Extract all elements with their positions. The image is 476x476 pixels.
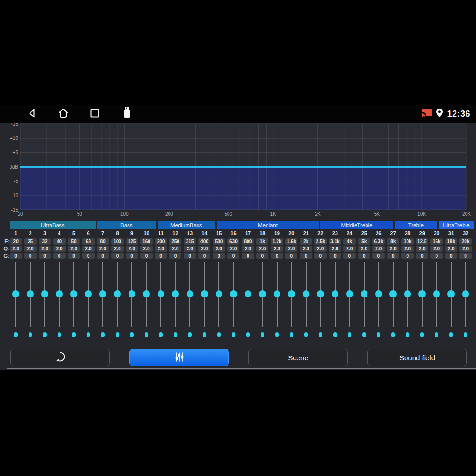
band-label-mediant: Mediant xyxy=(217,221,319,229)
eq-slider-knob[interactable] xyxy=(187,290,194,298)
eq-slider-knob[interactable] xyxy=(129,290,136,298)
scene-button[interactable]: Scene xyxy=(248,349,348,366)
eq-channel-4: 4402.00 xyxy=(52,230,67,340)
eq-channel-23: 233.1k2.00 xyxy=(328,230,343,340)
eq-slider-knob[interactable] xyxy=(404,290,411,298)
sound-field-button[interactable]: Sound field xyxy=(367,349,467,366)
gain-value: 0 xyxy=(343,253,356,259)
channel-number: 20 xyxy=(284,230,299,237)
channel-indicator-dot xyxy=(87,332,90,337)
recents-button[interactable] xyxy=(89,108,101,120)
q-value: 2.0 xyxy=(140,246,153,252)
eq-slider-knob[interactable] xyxy=(288,290,295,298)
q-value: 2.0 xyxy=(39,246,51,252)
channel-number: 16 xyxy=(226,230,241,237)
q-value: 2.0 xyxy=(126,246,138,252)
reset-button[interactable] xyxy=(10,349,110,366)
svg-text:100: 100 xyxy=(120,211,129,217)
channel-indicator-dot xyxy=(464,332,467,337)
freq-value: 5k xyxy=(358,238,370,245)
channel-number: 27 xyxy=(386,230,400,237)
eq-channel-26: 266.3k2.00 xyxy=(371,230,386,340)
gain-value: 0 xyxy=(68,253,80,259)
freq-value: 50 xyxy=(68,238,80,245)
eq-slider-knob[interactable] xyxy=(303,290,310,298)
eq-channel-31: 3118k2.00 xyxy=(444,230,458,340)
eq-slider-knob[interactable] xyxy=(418,290,426,298)
back-button[interactable] xyxy=(26,108,39,120)
eq-slider-knob[interactable] xyxy=(85,290,92,298)
eq-slider-knob[interactable] xyxy=(447,290,455,298)
q-value: 2.0 xyxy=(271,246,283,252)
eq-slider-knob[interactable] xyxy=(56,290,63,298)
eq-slider-knob[interactable] xyxy=(389,290,397,298)
channel-number: 15 xyxy=(212,230,227,237)
freq-value: 20k xyxy=(459,238,472,245)
channel-number: 25 xyxy=(357,230,372,237)
svg-text:20K: 20K xyxy=(462,211,471,217)
eq-slider-knob[interactable] xyxy=(332,290,339,298)
eq-slider-knob[interactable] xyxy=(143,290,150,298)
status-indicators: 12:36 xyxy=(421,105,470,123)
eq-slider-knob[interactable] xyxy=(433,290,440,298)
eq-slider-knob[interactable] xyxy=(99,290,107,298)
eq-slider-knob[interactable] xyxy=(361,290,368,298)
eq-channel-32: 3220k2.00 xyxy=(458,230,473,340)
eq-slider-knob[interactable] xyxy=(274,290,281,298)
gain-value: 0 xyxy=(256,253,268,259)
equalizer-tab-button[interactable] xyxy=(129,349,229,366)
eq-slider-knob[interactable] xyxy=(27,290,34,298)
eq-slider-knob[interactable] xyxy=(70,290,78,298)
eq-slider-knob[interactable] xyxy=(114,290,121,298)
gain-value: 0 xyxy=(271,253,283,259)
channel-number: 29 xyxy=(415,230,429,237)
gain-value: 0 xyxy=(184,253,196,259)
q-value: 2.0 xyxy=(372,246,385,252)
eq-channel-12: 122502.00 xyxy=(168,230,183,340)
svg-text:-15: -15 xyxy=(11,208,19,213)
gain-value: 0 xyxy=(155,253,167,259)
eq-slider-knob[interactable] xyxy=(317,290,324,298)
channel-indicator-dot xyxy=(348,332,352,337)
channel-number: 2 xyxy=(23,230,38,237)
channel-indicator-dot xyxy=(319,332,323,337)
q-value: 2.0 xyxy=(416,246,428,252)
channel-indicator-dot xyxy=(406,332,409,337)
eq-channel-10: 101602.00 xyxy=(139,230,154,340)
eq-slider-knob[interactable] xyxy=(41,290,49,298)
freq-value: 10k xyxy=(401,238,414,245)
eq-channel-5: 5502.00 xyxy=(67,230,81,340)
gain-value: 0 xyxy=(358,253,370,259)
eq-slider-knob[interactable] xyxy=(172,290,179,298)
eq-slider-knob[interactable] xyxy=(216,290,223,298)
eq-slider-knob[interactable] xyxy=(158,290,165,298)
home-button[interactable] xyxy=(57,108,69,120)
channel-indicator-dot xyxy=(232,332,236,337)
channel-indicator-dot xyxy=(391,332,395,337)
eq-slider-knob[interactable] xyxy=(462,290,469,298)
svg-text:0dB: 0dB xyxy=(10,164,18,169)
eq-slider-knob[interactable] xyxy=(201,290,208,298)
q-value: 2.0 xyxy=(198,246,210,252)
channel-indicator-dot xyxy=(43,332,47,337)
q-value: 2.0 xyxy=(285,246,298,252)
channel-indicator-dot xyxy=(72,332,76,337)
q-value: 2.0 xyxy=(387,246,399,252)
channel-indicator-dot xyxy=(159,332,163,337)
channel-number: 32 xyxy=(458,230,473,237)
eq-slider-knob[interactable] xyxy=(375,290,382,298)
eq-slider-knob[interactable] xyxy=(12,290,20,298)
svg-text:200: 200 xyxy=(165,211,173,217)
eq-slider-knob[interactable] xyxy=(230,290,237,298)
freq-value: 500 xyxy=(213,238,225,245)
eq-slider-knob[interactable] xyxy=(245,290,252,298)
freq-value: 8k xyxy=(387,238,399,245)
channel-number: 17 xyxy=(241,230,256,237)
eq-slider-knob[interactable] xyxy=(259,290,266,298)
eq-channel-6: 6632.00 xyxy=(81,230,96,340)
eq-slider-knob[interactable] xyxy=(346,290,353,298)
gain-value: 0 xyxy=(300,253,312,259)
q-value: 2.0 xyxy=(111,246,124,252)
q-value: 2.0 xyxy=(169,246,181,252)
q-value: 2.0 xyxy=(53,246,66,252)
